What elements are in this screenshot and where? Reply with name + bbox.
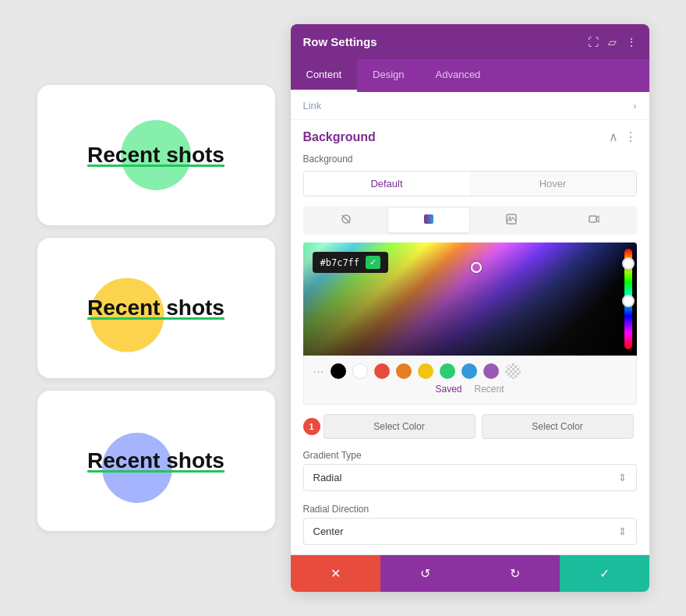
settings-body: Link › Background ∧ ⋮ Background Default… — [291, 92, 649, 554]
preview-card-2: Recent shots — [37, 238, 275, 378]
link-chevron: › — [633, 100, 636, 112]
section-title: Background — [303, 130, 376, 144]
bg-label: Background — [291, 154, 649, 171]
gradient-stops: 1 Select Color Select Color — [303, 414, 637, 439]
radial-direction-value: Center — [313, 526, 344, 537]
svg-rect-2 — [424, 214, 433, 224]
radial-direction-select[interactable]: Center ⇕ — [303, 518, 637, 545]
preview-text-2: Recent shots — [87, 296, 225, 320]
gradient-type-label: Gradient Type — [291, 447, 649, 464]
svg-rect-5 — [589, 216, 596, 222]
swatches-more[interactable]: ··· — [313, 365, 325, 377]
swatch-orange[interactable] — [396, 363, 412, 379]
radial-direction-arrow: ⇕ — [618, 526, 627, 537]
preview-text-1: Recent shots — [87, 143, 225, 168]
tab-hover[interactable]: Hover — [470, 172, 636, 196]
tab-advanced[interactable]: Advanced — [420, 59, 497, 92]
color-hex-overlay: #b7c7ff ✓ — [313, 252, 389, 273]
default-hover-tabs: Default Hover — [303, 171, 637, 196]
preview-card-1: Recent shots — [37, 85, 275, 225]
swatch-yellow[interactable] — [418, 363, 433, 379]
bg-type-none[interactable] — [306, 208, 387, 232]
stop-color-1[interactable]: Select Color — [324, 414, 476, 439]
gradient-type-arrow: ⇕ — [618, 472, 627, 483]
color-handle[interactable] — [471, 262, 482, 273]
swatch-green[interactable] — [440, 363, 455, 379]
gradient-type-select[interactable]: Radial ⇕ — [303, 464, 637, 491]
stop-number[interactable]: 1 — [303, 418, 320, 435]
bg-type-video[interactable] — [553, 208, 635, 232]
hex-confirm[interactable]: ✓ — [366, 256, 380, 269]
settings-title: Row Settings — [303, 35, 377, 48]
section-more-icon[interactable]: ⋮ — [624, 129, 637, 144]
bg-type-gradient[interactable] — [388, 208, 469, 232]
hex-value[interactable]: #b7c7ff — [320, 257, 360, 268]
gradient-type-value: Radial — [313, 472, 342, 483]
hue-handle[interactable] — [622, 257, 635, 270]
layout-icon[interactable]: ▱ — [608, 36, 617, 48]
radial-direction-label: Radial Direction — [291, 501, 649, 518]
section-controls: ∧ ⋮ — [609, 129, 637, 144]
tab-saved[interactable]: Saved — [435, 384, 461, 395]
tab-design[interactable]: Design — [357, 59, 419, 92]
color-gradient-display[interactable]: #b7c7ff ✓ — [303, 243, 637, 356]
more-icon[interactable]: ⋮ — [626, 36, 637, 48]
link-label: Link — [303, 100, 322, 112]
save-button[interactable]: ✓ — [560, 555, 649, 592]
tab-recent[interactable]: Recent — [475, 384, 504, 395]
preview-panel: Recent shots Recent shots Recent shots — [37, 85, 275, 531]
swatch-red[interactable] — [374, 363, 390, 379]
stop-color-2[interactable]: Select Color — [482, 414, 634, 439]
section-header: Background ∧ ⋮ — [291, 120, 649, 154]
hue-slider[interactable] — [623, 249, 634, 349]
alpha-handle[interactable] — [622, 295, 635, 307]
swatch-blue[interactable] — [461, 363, 477, 379]
swatch-transparent[interactable] — [505, 363, 521, 379]
footer-actions: ✕ ↺ ↻ ✓ — [291, 554, 649, 592]
fullscreen-icon[interactable]: ⛶ — [588, 36, 599, 48]
settings-panel: Row Settings ⛶ ▱ ⋮ Content Design Advanc… — [291, 24, 649, 592]
bg-type-tabs — [303, 206, 637, 235]
tab-default[interactable]: Default — [304, 172, 470, 196]
link-row[interactable]: Link › — [291, 92, 649, 120]
color-swatches: ··· Saved Recent — [303, 356, 637, 405]
tab-content[interactable]: Content — [291, 59, 358, 92]
saved-recent-tabs: Saved Recent — [313, 379, 627, 396]
bg-type-image[interactable] — [471, 208, 552, 232]
cancel-button[interactable]: ✕ — [291, 555, 380, 592]
color-picker-area: #b7c7ff ✓ ··· — [303, 243, 637, 405]
preview-card-3: Recent shots — [37, 391, 275, 531]
tab-bar: Content Design Advanced — [291, 59, 649, 92]
preview-text-3: Recent shots — [87, 449, 225, 473]
collapse-icon[interactable]: ∧ — [609, 129, 618, 144]
swatch-white[interactable] — [352, 363, 368, 379]
svg-point-4 — [508, 217, 511, 219]
redo-button[interactable]: ↻ — [470, 555, 560, 592]
swatch-purple[interactable] — [483, 363, 499, 379]
swatches-row: ··· — [313, 363, 627, 379]
swatch-black[interactable] — [331, 363, 346, 379]
reset-button[interactable]: ↺ — [380, 555, 470, 592]
settings-header: Row Settings ⛶ ▱ ⋮ — [291, 24, 649, 59]
header-icons: ⛶ ▱ ⋮ — [588, 36, 637, 48]
